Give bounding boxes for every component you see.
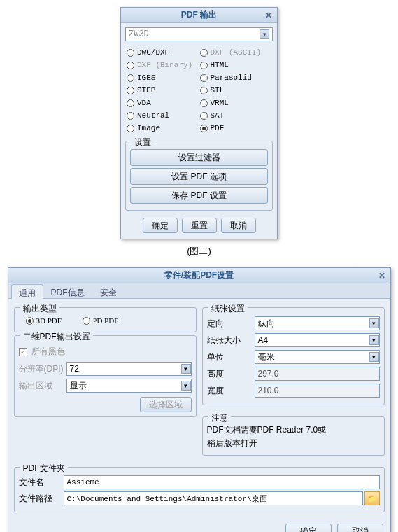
content: ZW3D ▾ DWG/DXFDXF (ASCII)DXF (Binary)HTM…	[121, 23, 277, 239]
radio-sat[interactable]: SAT	[200, 111, 272, 120]
chevron-down-icon: ▾	[369, 318, 379, 328]
radio-2d-pdf[interactable]: 2D PDF	[83, 316, 118, 325]
pdf-options-button[interactable]: 设置 PDF 选项	[130, 168, 268, 185]
chevron-down-icon: ▾	[369, 335, 379, 345]
radio-label: Parasolid	[211, 74, 252, 82]
dpi-select[interactable]: 72 ▾	[66, 362, 192, 376]
tabs: 通用 PDF信息 安全	[8, 284, 390, 299]
height-input[interactable]	[255, 367, 380, 381]
radio-icon	[200, 74, 208, 82]
close-icon[interactable]: ✕	[263, 10, 274, 21]
radio-icon	[200, 112, 208, 120]
area-select[interactable]: 显示 ▾	[66, 379, 192, 393]
note-line2: 稍后版本打开	[207, 438, 380, 449]
radio-step[interactable]: STEP	[127, 86, 199, 94]
radio-icon	[83, 317, 90, 325]
radio-pdf[interactable]: PDF	[200, 124, 272, 132]
save-pdf-settings-button[interactable]: 保存 PDF 设置	[130, 187, 268, 204]
2d-pdf-group: 二维PDF输出设置 所有黑色 分辨率(DPI) 72 ▾ 输出区域 显示	[14, 335, 197, 417]
close-icon[interactable]: ✕	[376, 270, 388, 281]
label: 3D PDF	[36, 316, 62, 325]
radio-icon	[127, 87, 134, 94]
dialog-buttons: 确定 取消	[14, 521, 385, 532]
radio-vda[interactable]: VDA	[127, 99, 199, 107]
filter-button[interactable]: 设置过滤器	[130, 149, 268, 166]
radio-label: HTML	[211, 61, 229, 69]
figure-caption-2: (图二)	[7, 245, 391, 258]
radio-label: STEP	[137, 86, 155, 94]
radio-label: Image	[137, 124, 160, 132]
note-group: 注意 PDF文档需要PDF Reader 7.0或 稍后版本打开	[202, 416, 385, 456]
radio-3d-pdf[interactable]: 3D PDF	[26, 316, 62, 325]
legend: 注意	[208, 412, 231, 424]
width-input[interactable]	[255, 384, 380, 398]
radio-neutral[interactable]: Neutral	[127, 111, 199, 120]
pdf-export-dialog: PDF 输出 ✕ ZW3D ▾ DWG/DXFDXF (ASCII)DXF (B…	[120, 7, 278, 239]
width-label: 宽度	[207, 385, 252, 397]
select-area-button[interactable]: 选择区域	[140, 397, 192, 412]
value: 显示	[70, 380, 87, 392]
browse-folder-icon[interactable]: 📁	[364, 491, 380, 505]
radio-label: DWG/DXF	[137, 48, 169, 57]
radio-image[interactable]: Image	[127, 124, 199, 132]
radio-iges[interactable]: IGES	[127, 74, 199, 82]
cancel-button[interactable]: 取消	[337, 524, 383, 532]
filepath-label: 文件路径	[19, 493, 64, 505]
settings-legend: 设置	[132, 136, 154, 148]
radio-label: STL	[211, 86, 225, 94]
tab-general[interactable]: 通用	[11, 284, 43, 299]
cancel-button[interactable]: 取消	[221, 218, 256, 233]
dpi-label: 分辨率(DPI)	[19, 363, 64, 375]
radio-label: VRML	[211, 99, 229, 107]
legend: 纸张设置	[208, 303, 248, 315]
radio-icon	[200, 125, 208, 132]
radio-dxf-ascii-[interactable]: DXF (ASCII)	[200, 48, 272, 57]
left-column: 输出类型 3D PDF 2D PDF 二维PDF输出设置 所有黑色	[14, 304, 197, 458]
tab-security[interactable]: 安全	[92, 284, 125, 298]
unit-select[interactable]: 毫米▾	[255, 350, 380, 364]
radio-icon	[127, 99, 134, 107]
tab-pdfinfo[interactable]: PDF信息	[43, 284, 92, 298]
radio-icon	[200, 49, 208, 57]
radio-dxf-binary-[interactable]: DXF (Binary)	[127, 61, 199, 69]
legend: 二维PDF输出设置	[20, 331, 93, 343]
radio-dwg-dxf[interactable]: DWG/DXF	[127, 48, 199, 57]
legend: PDF文件夹	[20, 463, 68, 475]
ok-button[interactable]: 确定	[285, 524, 332, 532]
ok-button[interactable]: 确定	[143, 218, 178, 233]
radio-vrml[interactable]: VRML	[200, 99, 272, 107]
output-type-group: 输出类型 3D PDF 2D PDF	[14, 307, 197, 332]
legend: 输出类型	[20, 303, 59, 315]
radio-icon	[127, 49, 134, 57]
chevron-down-icon: ▾	[369, 352, 379, 362]
all-black-checkbox[interactable]: 所有黑色	[19, 346, 192, 358]
note-line1: PDF文档需要PDF Reader 7.0或	[207, 424, 380, 436]
size-select[interactable]: A4▾	[255, 333, 380, 347]
filepath-input[interactable]	[64, 491, 363, 505]
label: 所有黑色	[31, 346, 65, 358]
chevron-down-icon: ▾	[260, 29, 269, 39]
radio-icon	[127, 62, 134, 69]
dropdown-value: ZW3D	[129, 29, 149, 39]
pdf-settings-dialog: 零件/装配PDF设置 ✕ 通用 PDF信息 安全 输出类型 3D PDF 2D …	[8, 267, 391, 532]
filename-input[interactable]	[64, 475, 380, 489]
format-dropdown[interactable]: ZW3D ▾	[125, 27, 273, 41]
radio-stl[interactable]: STL	[200, 86, 272, 94]
radio-parasolid[interactable]: Parasolid	[200, 74, 272, 82]
radio-icon	[200, 99, 208, 107]
size-label: 纸张大小	[207, 335, 252, 346]
orient-select[interactable]: 纵向▾	[255, 316, 380, 330]
reset-button[interactable]: 重置	[182, 218, 217, 233]
radio-html[interactable]: HTML	[200, 61, 272, 69]
chevron-down-icon: ▾	[181, 381, 191, 391]
radio-icon	[127, 125, 134, 132]
radio-label: IGES	[137, 74, 155, 82]
body: 输出类型 3D PDF 2D PDF 二维PDF输出设置 所有黑色	[8, 299, 390, 532]
paper-group: 纸张设置 定向 纵向▾ 纸张大小 A4▾ 单位 毫米▾ 高度 宽度	[202, 307, 385, 405]
settings-group: 设置 设置过滤器 设置 PDF 选项 保存 PDF 设置	[125, 141, 273, 211]
radio-icon	[200, 62, 208, 69]
pdf-folder-group: PDF文件夹 文件名 文件路径 📁	[14, 467, 385, 512]
label: 2D PDF	[93, 316, 118, 325]
format-radios: DWG/DXFDXF (ASCII)DXF (Binary)HTMLIGESPa…	[125, 46, 273, 138]
radio-label: SAT	[211, 111, 225, 120]
